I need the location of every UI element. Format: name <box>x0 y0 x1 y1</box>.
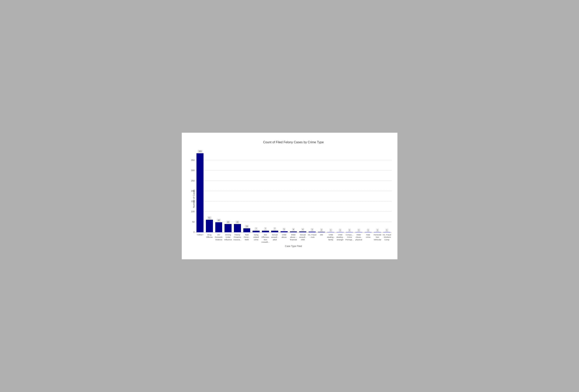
bar <box>262 231 269 232</box>
x-label-item: Drug Offense <box>205 234 214 243</box>
bar-value-label: 4 <box>301 228 304 231</box>
x-label-item: Child stealing - stranger <box>336 234 345 243</box>
bar-value-label: 7 <box>264 227 267 230</box>
bar-value-label: 61 <box>208 216 211 219</box>
x-label-item: <Other> <box>196 234 205 243</box>
grid-label: 0 <box>187 231 195 233</box>
chart-area: Number of Cases 350300250200150100500 38… <box>196 150 392 248</box>
bar-value-label: 1 <box>339 229 342 232</box>
bar-group: 5 <box>279 150 289 232</box>
x-label-item: Ins. Fraud - Workers Comp <box>382 234 392 243</box>
y-axis-label: Number of Cases <box>192 190 195 208</box>
bar-group: 1 <box>363 150 373 232</box>
bar-group: 7 <box>261 150 270 232</box>
x-label-item: Felony Firearms Associa... <box>233 234 242 243</box>
bar-group: 7 <box>270 150 280 232</box>
bar-value-label: 40 <box>226 221 230 224</box>
bar <box>224 224 231 232</box>
bar-group: 1 <box>336 150 345 232</box>
x-axis-labels: <Other>Drug OffenseDV Domestic ViolenceD… <box>196 234 392 243</box>
bar-value-label: 19 <box>245 225 249 228</box>
bar-group: 1 <box>345 150 354 232</box>
bar-group: 2 <box>317 150 326 232</box>
x-label-item: Gang related crime <box>251 234 261 243</box>
bar-value-label: 5 <box>283 228 286 231</box>
x-label-item: Ins. Fraud - Auto <box>307 234 317 243</box>
grid-label: 350 <box>187 159 195 161</box>
bar <box>271 231 278 232</box>
bar <box>253 231 260 232</box>
bar-group: 1 <box>326 150 336 232</box>
bar <box>243 228 250 232</box>
bar-group: 19 <box>242 150 252 232</box>
bar-value-label: 1 <box>385 229 388 232</box>
bar-value-label: 1 <box>376 229 379 232</box>
bar-group: 3 <box>307 150 317 232</box>
bar <box>346 232 353 232</box>
bar-group: 389 <box>196 150 205 232</box>
bar-value-label: 48 <box>217 219 220 222</box>
bar-value-label: 3 <box>311 228 313 231</box>
bar-value-label: 4 <box>292 228 295 231</box>
x-label-item: 290 <box>317 234 326 243</box>
x-label-item: Hate crime <box>363 234 373 243</box>
bar-group: 1 <box>373 150 382 232</box>
x-label-item: Child stealing - family <box>326 234 336 243</box>
bar-group: 40 <box>223 150 233 232</box>
grid-label: 100 <box>187 210 195 213</box>
bar <box>327 232 334 232</box>
bar-group: 1 <box>354 150 363 232</box>
bar <box>355 232 362 232</box>
x-label-item: Task Force - Meth <box>242 234 252 243</box>
bar-value-label: 40 <box>235 221 239 224</box>
x-label-item: Sexual assault - child <box>298 234 307 243</box>
bar <box>365 232 372 232</box>
bar-group: 48 <box>214 150 223 232</box>
bar-group: 4 <box>289 150 298 232</box>
grid-label: 250 <box>187 180 195 182</box>
bar-value-label: 1 <box>367 229 369 232</box>
bar <box>234 224 241 232</box>
x-label-item: Homicide Non Vehicular <box>373 234 382 243</box>
chart-container: Count of Filed Felony Cases by Crime Typ… <box>182 133 397 259</box>
plot-area: 350300250200150100500 389614840401977754… <box>196 150 392 232</box>
bar <box>281 231 288 232</box>
grid-label: 300 <box>187 169 195 172</box>
x-axis-title: Case Type Filed <box>196 245 392 248</box>
grid-label: 50 <box>187 221 195 223</box>
bar <box>309 232 316 232</box>
bar-value-label: 7 <box>255 227 257 230</box>
bar-value-label: 2 <box>320 229 323 231</box>
bar-value-label: 1 <box>348 229 351 232</box>
bar-group: 40 <box>233 150 242 232</box>
x-label-item: Sexual assault - adult <box>270 234 280 243</box>
bar <box>290 231 297 232</box>
bar-value-label: 1 <box>329 229 332 232</box>
bar <box>197 153 204 232</box>
bar-value-label: 389 <box>198 150 203 153</box>
bar <box>337 232 344 232</box>
x-label-item: DV Domestic Violence <box>214 234 223 243</box>
bar-group: 61 <box>205 150 214 232</box>
x-label-item: Compu... Crime Pornogr... <box>345 234 354 243</box>
bar <box>299 231 306 232</box>
x-label-item: Sex Offenses: Non Assaulti... <box>261 234 270 243</box>
x-label-item: Elder abuse – financial <box>289 234 298 243</box>
x-label-item: Driving Under Influence <box>223 234 233 243</box>
bar <box>374 232 381 232</box>
bar <box>383 232 390 232</box>
bar-value-label: 1 <box>358 229 360 232</box>
bar-group: 4 <box>298 150 307 232</box>
bar-group: 1 <box>382 150 392 232</box>
bar <box>206 220 213 232</box>
bar <box>215 222 222 232</box>
bar-value-label: 7 <box>274 227 276 230</box>
bar <box>318 232 325 232</box>
x-label-item: Elder Abuse - physical <box>354 234 363 243</box>
chart-title: Count of Filed Felony Cases by Crime Typ… <box>196 140 392 144</box>
bar-group: 7 <box>251 150 261 232</box>
bars-row: 3896148404019777544321111111 <box>196 150 392 232</box>
x-label-item: Child abuse <box>279 234 289 243</box>
